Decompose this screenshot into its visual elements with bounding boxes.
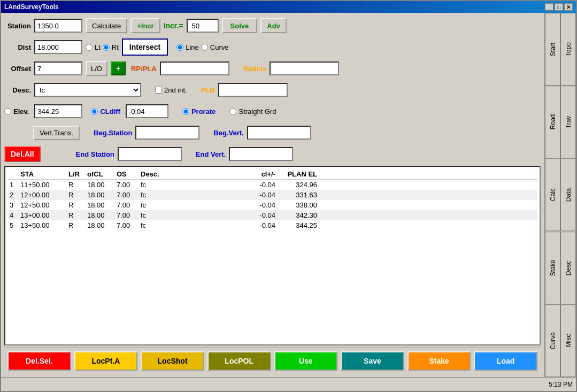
- second-int-checkbox[interactable]: [155, 87, 162, 94]
- offset-input[interactable]: [34, 62, 82, 75]
- main-content: Station Calculate +Incr Incr.= Solve Adv…: [1, 13, 576, 377]
- rp-input[interactable]: [160, 62, 229, 75]
- col-header-cl: cl+/-: [248, 170, 280, 178]
- station-input[interactable]: [34, 19, 82, 33]
- curve-radio[interactable]: [201, 44, 208, 51]
- tab-trav[interactable]: Trav: [560, 86, 576, 158]
- row-dist: Dist Lt Rt Intersect Line Curve: [4, 37, 541, 57]
- col-header-sta: STA: [20, 170, 68, 178]
- save-button[interactable]: Save: [341, 351, 404, 371]
- vert-trans-button[interactable]: Vert.Trans.: [33, 126, 80, 140]
- pt-b-input[interactable]: [218, 83, 288, 97]
- tab-stake[interactable]: Stake: [545, 232, 560, 304]
- beg-vert-input[interactable]: [247, 126, 311, 140]
- col-header-plan: PLAN EL: [280, 170, 317, 178]
- row-num: 1: [10, 181, 20, 189]
- col-header-os: OS: [117, 170, 141, 178]
- rt-radio[interactable]: [103, 44, 110, 51]
- straight-grd-label: Straight Grd: [239, 107, 276, 116]
- cldiff-input[interactable]: [126, 104, 168, 118]
- cldiff-radio[interactable]: [91, 108, 98, 115]
- lt-radio[interactable]: [86, 44, 93, 51]
- end-station-input[interactable]: [118, 147, 182, 161]
- row-plan: 342.30: [280, 211, 317, 219]
- intersect-button[interactable]: Intersect: [122, 39, 168, 56]
- straight-grd-radio-group: Straight Grd: [229, 107, 276, 116]
- curve-label: Curve: [210, 43, 229, 51]
- row-lr: R: [68, 201, 87, 209]
- table-row[interactable]: 2 12+00.00 R 18.00 7.00 fc -0.04 331.63: [7, 190, 537, 200]
- tab-data[interactable]: Data: [560, 158, 576, 231]
- straight-grd-radio[interactable]: [229, 108, 236, 115]
- line-radio[interactable]: [176, 44, 183, 51]
- col-header-lr: L/R: [68, 170, 87, 178]
- offset-label: Offset: [4, 65, 31, 73]
- row-sta: 12+50.00: [20, 201, 68, 209]
- rt-label: Rt: [112, 43, 119, 51]
- col-header-ofcl: ofCL: [87, 170, 117, 178]
- table-row[interactable]: 1 11+50.00 R 18.00 7.00 fc -0.04 324.96: [7, 180, 537, 190]
- end-vert-input[interactable]: [229, 147, 293, 161]
- load-button[interactable]: Load: [474, 351, 537, 371]
- loc-shot-button[interactable]: LocShot: [141, 351, 204, 371]
- tab-calc[interactable]: Calc: [545, 158, 560, 231]
- use-button[interactable]: Use: [274, 351, 338, 371]
- solve-button[interactable]: Solve: [222, 18, 258, 33]
- stake-button[interactable]: Stake: [407, 351, 471, 371]
- station-label: Station: [4, 22, 31, 30]
- close-button[interactable]: ✕: [564, 3, 573, 11]
- prorate-radio[interactable]: [182, 108, 189, 115]
- row-sta: 12+00.00: [20, 191, 68, 199]
- beg-station-input[interactable]: [135, 126, 199, 140]
- row-desc: fc: [141, 221, 248, 229]
- row-cl: -0.04: [248, 181, 280, 189]
- table-row[interactable]: 3 12+50.00 R 18.00 7.00 fc -0.04 338.00: [7, 200, 537, 210]
- title-bar-buttons: _ □ ✕: [545, 3, 573, 11]
- loc-pt-a-button[interactable]: LocPt.A: [74, 351, 138, 371]
- tab-curve[interactable]: Curve: [545, 304, 560, 377]
- dist-label: Dist: [4, 43, 31, 51]
- radius-label: Radius: [243, 65, 266, 73]
- tab-topo[interactable]: Topo: [560, 13, 576, 86]
- elev-radio[interactable]: [4, 108, 11, 115]
- right-tabs: Start Road Calc Stake Curve Topo Trav Da…: [544, 13, 576, 377]
- elev-label: Elev.: [13, 107, 29, 116]
- green-plus-button[interactable]: +: [111, 62, 126, 75]
- tab-misc[interactable]: Misc: [560, 304, 576, 377]
- desc-select[interactable]: fc ep bc ec cl: [34, 83, 141, 97]
- table-row[interactable]: 5 13+50.00 R 18.00 7.00 fc -0.04 344.25: [7, 220, 537, 230]
- row-sta: 13+50.00: [20, 221, 68, 229]
- table-header: STA L/R ofCL OS Desc. cl+/- PLAN EL: [7, 169, 537, 180]
- second-int-label: 2nd int.: [164, 86, 187, 94]
- elev-input[interactable]: [34, 104, 82, 118]
- row-lr: R: [68, 181, 87, 189]
- calculate-button[interactable]: Calculate: [86, 18, 127, 33]
- minimize-button[interactable]: _: [545, 3, 553, 11]
- tab-road[interactable]: Road: [545, 86, 560, 158]
- row-sta: 11+50.00: [20, 181, 68, 189]
- table-row[interactable]: 4 13+00.00 R 18.00 7.00 fc -0.04 342.30: [7, 210, 537, 220]
- tab-start[interactable]: Start: [545, 13, 560, 86]
- row-vert-trans: Vert.Trans. Beg.Station Beg.Vert.: [4, 123, 541, 142]
- maximize-button[interactable]: □: [555, 3, 563, 11]
- row-num: 5: [10, 221, 20, 229]
- del-all-button[interactable]: Del.All: [4, 146, 41, 162]
- row-os: 7.00: [117, 181, 141, 189]
- tab-desc[interactable]: Desc: [560, 232, 576, 304]
- dist-input[interactable]: [34, 40, 82, 54]
- row-cl: -0.04: [248, 211, 280, 219]
- plus-incr-button[interactable]: +Incr: [130, 18, 160, 33]
- beg-vert-label: Beg.Vert.: [213, 129, 243, 137]
- row-plan: 324.96: [280, 181, 317, 189]
- bottom-buttons: Del.Sel. LocPt.A LocShot LocPOL Use Save…: [4, 348, 541, 374]
- row-desc: fc: [141, 211, 248, 219]
- adv-button[interactable]: Adv: [260, 18, 287, 33]
- del-sel-button[interactable]: Del.Sel.: [7, 351, 71, 371]
- lo-button[interactable]: L/O: [86, 61, 107, 76]
- radius-input[interactable]: [270, 62, 339, 75]
- loc-pol-button[interactable]: LocPOL: [207, 351, 271, 371]
- row-cl: -0.04: [248, 191, 280, 199]
- main-window: LAndSurveyTools _ □ ✕ Station Calculate …: [0, 0, 577, 392]
- incr-value-input[interactable]: [187, 19, 219, 33]
- row-offset: Offset L/O + RP/Pt.A Radius: [4, 59, 541, 78]
